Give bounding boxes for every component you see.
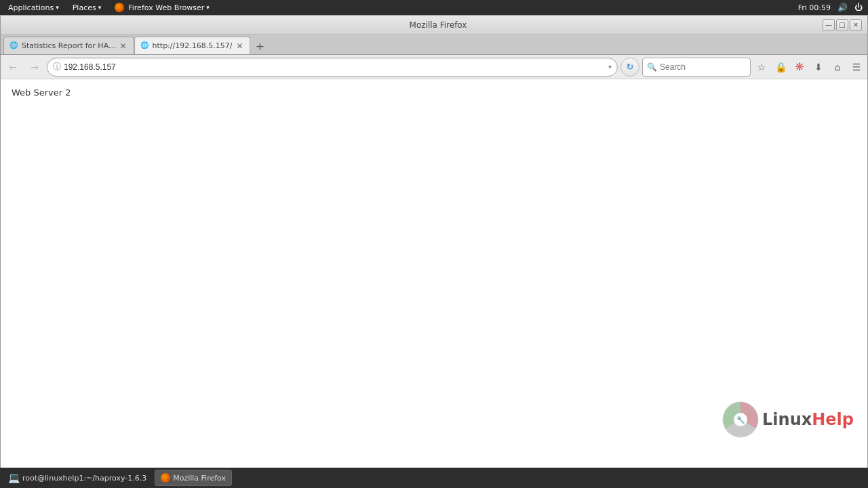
logo-text: LinuxHelp	[762, 410, 854, 429]
tab-bar: 🌐 Statistics Report for HA... ✕ 🌐 http:/…	[1, 35, 867, 55]
taskbar-firefox-icon	[161, 473, 170, 483]
url-dropdown-icon[interactable]: ▾	[608, 63, 612, 70]
download-button[interactable]: ⬇	[810, 59, 827, 75]
logo-svg: 🔧	[722, 401, 760, 439]
pocket-button[interactable]: ❋	[791, 59, 808, 75]
volume-icon: 🔊	[837, 3, 848, 12]
home-button[interactable]: ⌂	[829, 59, 846, 75]
save-icon: 🔒	[775, 62, 787, 73]
maximize-button[interactable]: □	[836, 19, 848, 31]
search-icon: 🔍	[647, 62, 657, 72]
browser-dropdown-arrow: ▾	[206, 4, 210, 11]
logo-graphic: 🔧	[722, 401, 760, 439]
tab-statistics-label: Statistics Report for HA...	[22, 41, 115, 50]
page-content: Web Server 2 🔧 LinuxHelp	[1, 79, 867, 472]
taskbar-terminal-label: root@linuxhelp1:~/haproxy-1.6.3	[22, 474, 146, 483]
system-time: Fri 00:59	[798, 3, 831, 12]
minimize-button[interactable]: —	[823, 19, 835, 31]
bookmark-icon: ☆	[757, 62, 766, 73]
close-button[interactable]: ✕	[850, 19, 862, 31]
logo-help-text: Help	[812, 410, 854, 429]
power-icon: ⏻	[854, 3, 863, 12]
forward-button[interactable]: →	[25, 58, 44, 77]
applications-label: Applications	[8, 3, 54, 12]
places-dropdown-arrow: ▾	[98, 4, 102, 11]
taskbar-firefox[interactable]: Mozilla Firefox	[155, 470, 232, 486]
firefox-window: Mozilla Firefox — □ ✕ 🌐 Statistics Repor…	[0, 15, 868, 488]
system-bar-right: Fri 00:59 🔊 ⏻	[798, 3, 863, 12]
bookmark-button[interactable]: ☆	[753, 59, 770, 75]
applications-menu[interactable]: Applications ▾	[5, 2, 62, 14]
places-label: Places	[73, 3, 96, 12]
reload-icon: ↻	[627, 62, 634, 72]
firefox-icon	[115, 3, 124, 12]
browser-label: Firefox Web Browser	[128, 3, 204, 12]
page-title: Web Server 2	[12, 87, 71, 98]
nav-bar: ← → ⓘ ▾ ↻ 🔍 ☆ 🔒 ❋ ⬇ ⌂	[1, 55, 867, 79]
url-bar[interactable]: ⓘ ▾	[47, 58, 618, 77]
taskbar-firefox-label: Mozilla Firefox	[173, 474, 226, 483]
forward-icon: →	[31, 62, 39, 73]
window-controls: — □ ✕	[823, 19, 862, 31]
tab-webserver-close[interactable]: ✕	[235, 41, 244, 52]
svg-text:🔧: 🔧	[736, 415, 745, 424]
linuxhelp-logo: 🔧 LinuxHelp	[722, 401, 854, 439]
tab-webserver[interactable]: 🌐 http://192.168.5.157/ ✕	[134, 37, 251, 54]
menu-button[interactable]: ☰	[848, 59, 865, 75]
menu-icon: ☰	[852, 62, 861, 73]
places-menu[interactable]: Places ▾	[70, 2, 104, 14]
download-icon: ⬇	[814, 62, 823, 73]
system-bar: Applications ▾ Places ▾ Firefox Web Brow…	[0, 0, 868, 15]
back-icon: ←	[9, 62, 17, 73]
taskbar-terminal[interactable]: 💻 root@linuxhelp1:~/haproxy-1.6.3	[3, 470, 152, 486]
search-input[interactable]	[660, 62, 741, 72]
save-button[interactable]: 🔒	[772, 59, 789, 75]
pocket-icon: ❋	[795, 60, 804, 73]
system-bar-left: Applications ▾ Places ▾ Firefox Web Brow…	[5, 1, 212, 14]
back-button[interactable]: ←	[3, 58, 22, 77]
new-tab-button[interactable]: +	[252, 39, 268, 53]
reload-button[interactable]: ↻	[620, 58, 639, 77]
terminal-icon: 💻	[8, 472, 20, 483]
logo-linux-text: Linux	[762, 410, 812, 429]
tab-webserver-favicon: 🌐	[140, 41, 150, 51]
window-title: Mozilla Firefox	[54, 20, 823, 30]
tab-statistics-favicon: 🌐	[9, 41, 19, 51]
url-info-icon: ⓘ	[53, 61, 61, 73]
browser-menu[interactable]: Firefox Web Browser ▾	[112, 1, 212, 14]
url-input[interactable]	[64, 62, 606, 72]
title-bar: Mozilla Firefox — □ ✕	[1, 16, 867, 35]
taskbar: 💻 root@linuxhelp1:~/haproxy-1.6.3 Mozill…	[0, 468, 868, 488]
applications-dropdown-arrow: ▾	[56, 4, 59, 11]
home-icon: ⌂	[835, 62, 841, 73]
tab-statistics-close[interactable]: ✕	[118, 41, 127, 52]
tab-statistics[interactable]: 🌐 Statistics Report for HA... ✕	[3, 37, 134, 54]
tab-webserver-label: http://192.168.5.157/	[153, 41, 233, 50]
search-bar[interactable]: 🔍	[642, 58, 751, 77]
